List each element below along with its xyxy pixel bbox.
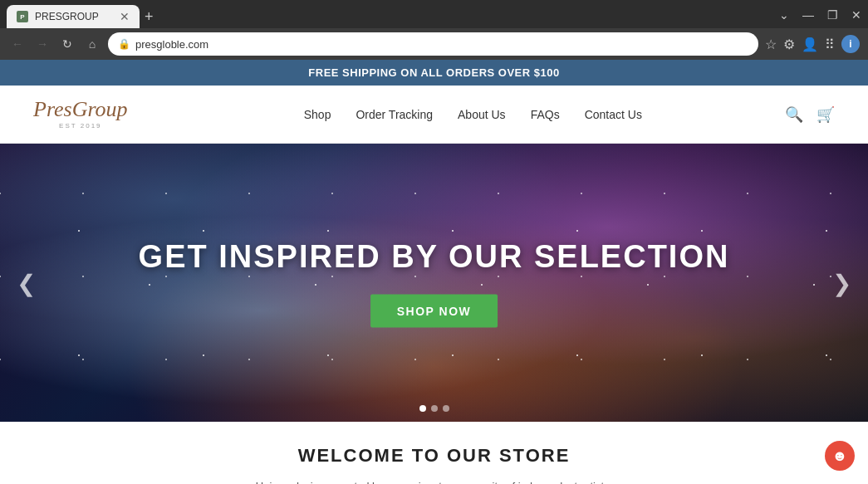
announcement-text: FREE SHIPPING ON ALL ORDERS OVER $100: [308, 66, 559, 79]
nav-contact-us[interactable]: Contact Us: [585, 108, 642, 121]
profile-avatar[interactable]: i: [841, 35, 860, 53]
hero-slider: GET INSPIRED BY OUR SELECTION SHOP NOW ❮…: [0, 144, 868, 422]
slider-next-button[interactable]: ❯: [824, 261, 860, 305]
welcome-title: WELCOME TO OUR STORE: [17, 445, 851, 467]
minimize-button[interactable]: —: [802, 8, 814, 22]
nav-about-us[interactable]: About Us: [458, 108, 506, 121]
floating-help-icon[interactable]: ☻: [825, 441, 855, 471]
logo-text: PresGroup: [33, 99, 128, 120]
active-tab[interactable]: P PRESGROUP ✕: [7, 5, 140, 28]
close-button[interactable]: ✕: [851, 8, 861, 22]
announcement-bar: FREE SHIPPING ON ALL ORDERS OVER $100: [0, 60, 868, 86]
bookmark-star-icon[interactable]: ☆: [765, 37, 777, 52]
nav-icons: 🔍 🛒: [785, 105, 835, 124]
address-bar-row: ← → ↻ ⌂ 🔒 presgloble.com ☆ ⚙ 👤 ⠿ i: [0, 28, 868, 60]
grid-icon[interactable]: ⠿: [825, 37, 835, 52]
tab-bar: P PRESGROUP ✕ + ⌄ — ❐ ✕: [0, 0, 868, 28]
cart-icon[interactable]: 🛒: [817, 105, 835, 124]
back-button[interactable]: ←: [8, 37, 27, 51]
search-icon[interactable]: 🔍: [785, 105, 803, 124]
slider-dot-1[interactable]: [419, 405, 426, 412]
welcome-line1: Unique designs created by a passionate c…: [17, 477, 851, 484]
welcome-section: WELCOME TO OUR STORE Unique designs crea…: [0, 422, 868, 484]
lock-icon: 🔒: [118, 38, 130, 50]
site-header: PresGroup EST 2019 Shop Order Tracking A…: [0, 86, 868, 144]
reload-button[interactable]: ↻: [58, 37, 76, 51]
slider-dot-3[interactable]: [443, 405, 449, 412]
main-nav: Shop Order Tracking About Us FAQs Contac…: [161, 108, 785, 121]
logo-subtitle: EST 2019: [33, 122, 128, 130]
nav-order-tracking[interactable]: Order Tracking: [356, 108, 433, 121]
hero-title: GET INSPIRED BY OUR SELECTION: [139, 238, 730, 274]
chevron-down-icon[interactable]: ⌄: [779, 8, 789, 22]
logo-area[interactable]: PresGroup EST 2019: [33, 99, 128, 130]
hero-content: GET INSPIRED BY OUR SELECTION SHOP NOW: [139, 238, 730, 327]
person-icon[interactable]: 👤: [802, 37, 818, 52]
extension-puzzle-icon[interactable]: ⚙: [783, 37, 795, 52]
forward-button[interactable]: →: [33, 37, 51, 51]
slider-dot-2[interactable]: [431, 405, 438, 412]
tab-title: PRESGROUP: [35, 11, 113, 22]
tab-close-button[interactable]: ✕: [120, 11, 130, 22]
browser-chrome: P PRESGROUP ✕ + ⌄ — ❐ ✕ ← → ↻ ⌂ 🔒 presgl…: [0, 0, 868, 60]
toolbar-icons: ☆ ⚙ 👤 ⠿ i: [765, 35, 860, 53]
site-content: FREE SHIPPING ON ALL ORDERS OVER $100 Pr…: [0, 60, 868, 484]
restore-button[interactable]: ❐: [827, 8, 838, 22]
new-tab-button[interactable]: +: [145, 9, 154, 24]
slider-prev-button[interactable]: ❮: [8, 261, 44, 305]
window-controls: ⌄ — ❐ ✕: [779, 8, 861, 25]
url-display: presgloble.com: [135, 38, 748, 51]
address-box[interactable]: 🔒 presgloble.com: [108, 32, 758, 56]
shop-now-button[interactable]: SHOP NOW: [370, 294, 498, 327]
nav-faqs[interactable]: FAQs: [531, 108, 560, 121]
home-button[interactable]: ⌂: [83, 37, 101, 51]
tab-favicon: P: [17, 11, 28, 22]
slider-dots: [419, 405, 449, 412]
help-emoji: ☻: [832, 447, 848, 465]
nav-shop[interactable]: Shop: [304, 108, 331, 121]
